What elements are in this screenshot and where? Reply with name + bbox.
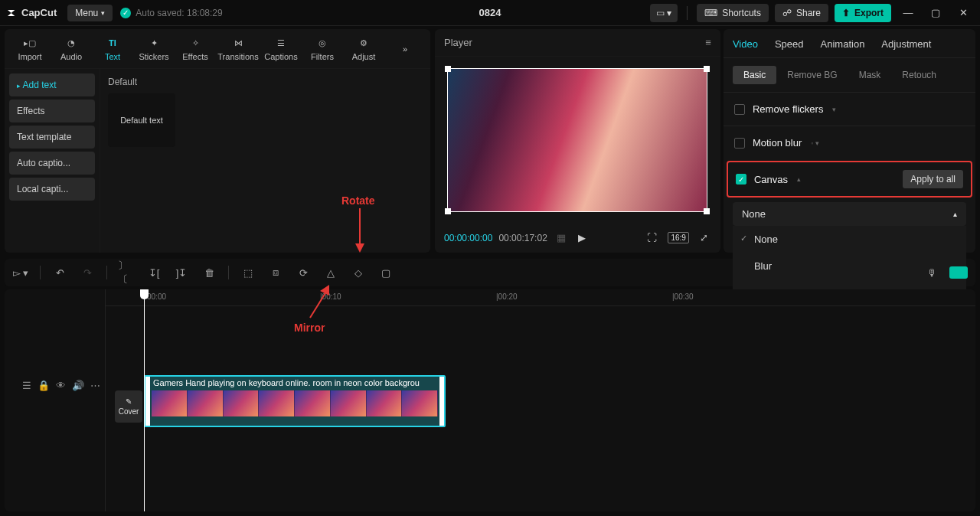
effects-icon: ✧ — [188, 36, 202, 50]
rotate-icon[interactable]: ◇ — [350, 264, 367, 281]
video-clip[interactable]: Gamers Hand playing on keyboard online. … — [144, 375, 446, 427]
eye-icon[interactable]: 👁 — [56, 380, 66, 391]
subtab-retouch[interactable]: Retouch — [891, 66, 947, 84]
cursor-tool[interactable]: ▻ ▾ — [12, 264, 29, 281]
sidebar-item-template[interactable]: Text template — [9, 126, 95, 149]
titlebar: CapCut Menu▾ ✓ Auto saved: 18:08:29 0824… — [0, 0, 980, 26]
tab-adjustment[interactable]: Adjustment — [881, 38, 931, 50]
player-menu[interactable]: ≡ — [705, 37, 711, 48]
capcut-icon — [6, 7, 18, 19]
mute-icon[interactable]: 🔊 — [72, 380, 84, 391]
split-button[interactable]: 〕〔 — [118, 264, 135, 281]
import-tab[interactable]: ▸▢Import — [9, 32, 51, 65]
layers-icon[interactable]: ☰ — [22, 380, 31, 391]
time-total: 00:00:17:02 — [498, 233, 547, 243]
checkbox-canvas[interactable]: ✓ — [736, 174, 746, 185]
player-panel: Player ≡ 00:00:00:00 00:00:17:02 ▦ ▶ ⛶ 1… — [435, 29, 720, 253]
maximize-button[interactable]: ▢ — [925, 4, 946, 22]
captions-tab[interactable]: ☰Captions — [260, 32, 302, 65]
tab-speed[interactable]: Speed — [775, 38, 804, 50]
prop-canvas: ✓ Canvas▴ Apply to all — [727, 161, 972, 198]
close-button[interactable]: ✕ — [952, 4, 974, 22]
check-icon: ✓ — [120, 8, 131, 18]
crop-tool-icon[interactable]: ⬚ — [240, 264, 256, 281]
ruler-tick: 00:00 — [147, 292, 166, 301]
timeline-tracks[interactable]: 00:00 |00:10 |00:20 |00:30 ✎ Cover Gamer… — [106, 289, 975, 511]
crop-view-icon[interactable]: ⛶ — [644, 229, 660, 247]
stickers-icon: ✦ — [147, 36, 161, 50]
video-preview[interactable] — [447, 68, 707, 212]
dropdown-option-none[interactable]: None — [733, 226, 966, 253]
sidebar-item-add-text[interactable]: Add text — [9, 73, 95, 96]
checkbox-flickers[interactable] — [734, 104, 745, 115]
apply-to-all-button[interactable]: Apply to all — [903, 170, 963, 188]
minimize-button[interactable]: — — [897, 4, 919, 22]
audio-icon: ◔ — [64, 36, 78, 50]
adjust-tab[interactable]: ⚙Adjust — [343, 32, 384, 65]
checkbox-motion[interactable] — [734, 138, 745, 149]
tab-animation[interactable]: Animation — [821, 38, 865, 50]
dropdown-option-blur[interactable]: Blur — [733, 253, 966, 279]
project-title[interactable]: 0824 — [479, 7, 501, 18]
resize-handle-br[interactable] — [704, 208, 710, 214]
cover-button[interactable]: ✎ Cover — [115, 390, 142, 423]
freeze-icon[interactable]: ⧈ — [267, 264, 284, 281]
transitions-icon: ⋈ — [231, 36, 245, 50]
redo-button[interactable]: ↷ — [79, 264, 96, 281]
playhead[interactable] — [144, 289, 145, 511]
export-button[interactable]: ⬆ Export — [835, 4, 891, 22]
shortcuts-button[interactable]: ⌨ Shortcuts — [697, 4, 769, 22]
menu-button[interactable]: Menu▾ — [67, 5, 113, 21]
player-title: Player — [444, 37, 472, 48]
timeline-panel: ☰ 🔒 👁 🔊 ⋯ 00:00 |00:10 |00:20 |00:30 ✎ C… — [5, 289, 975, 511]
undo-button[interactable]: ↶ — [51, 264, 68, 281]
reverse-icon[interactable]: ⟳ — [295, 264, 312, 281]
resize-handle-bl[interactable] — [445, 208, 451, 214]
prop-remove-flickers[interactable]: Remove flickers▾ — [724, 92, 975, 126]
effects-tab[interactable]: ✧Effects — [175, 32, 216, 65]
timeline-ruler[interactable]: 00:00 |00:10 |00:20 |00:30 — [106, 289, 975, 306]
text-icon: TI — [106, 36, 119, 50]
trim-left-button[interactable]: ↧[ — [145, 264, 162, 281]
aspect-ratio[interactable]: 16:9 — [668, 232, 688, 243]
resize-handle-tl[interactable] — [445, 66, 451, 72]
resize-handle-tr[interactable] — [704, 66, 710, 72]
audio-tab[interactable]: ◔Audio — [51, 32, 92, 65]
tab-video[interactable]: Video — [733, 38, 758, 50]
default-text-thumb[interactable]: Default text — [108, 93, 175, 147]
subtab-removebg[interactable]: Remove BG — [776, 66, 848, 84]
play-button[interactable]: ▶ — [575, 229, 589, 247]
text-tab[interactable]: TIText — [92, 32, 133, 65]
canvas-select[interactable]: None ▴ — [733, 202, 966, 226]
import-icon: ▸▢ — [23, 36, 37, 50]
mirror-icon[interactable]: △ — [322, 264, 339, 281]
sidebar-item-localcaptions[interactable]: Local capti... — [9, 178, 95, 201]
pencil-icon: ✎ — [126, 397, 132, 406]
sidebar-item-autocaptions[interactable]: Auto captio... — [9, 152, 95, 175]
share-button[interactable]: ☍ Share — [775, 4, 828, 22]
more-icon[interactable]: ⋯ — [90, 380, 100, 391]
fullscreen-icon[interactable]: ⤢ — [697, 229, 711, 247]
crop2-icon[interactable]: ▢ — [377, 264, 394, 281]
transitions-tab[interactable]: ⋈Transitions — [216, 32, 260, 65]
ruler-tick: |00:30 — [672, 292, 694, 301]
view-grid-icon[interactable]: ▦ — [554, 229, 569, 247]
filters-tab[interactable]: ◎Filters — [302, 32, 343, 65]
delete-button[interactable]: 🗑 — [201, 264, 217, 281]
filters-icon: ◎ — [315, 36, 329, 50]
text-content: Default Default text — [100, 69, 430, 253]
lock-icon[interactable]: 🔒 — [38, 380, 50, 391]
trim-right-button[interactable]: ]↧ — [173, 264, 190, 281]
magnetic-toggle[interactable] — [949, 266, 968, 279]
clip-handle-left[interactable] — [145, 377, 150, 426]
tabs-more[interactable]: » — [384, 41, 426, 57]
subtab-mask[interactable]: Mask — [848, 66, 892, 84]
subtab-basic[interactable]: Basic — [733, 66, 776, 84]
sidebar-item-effects[interactable]: Effects — [9, 100, 95, 122]
layout-button[interactable]: ▭ ▾ — [650, 4, 678, 22]
share-icon: ☍ — [782, 8, 792, 18]
prop-motion-blur[interactable]: Motion blur ◦ ▾ — [724, 126, 975, 159]
chevron-up-icon: ▴ — [953, 210, 957, 218]
stickers-tab[interactable]: ✦Stickers — [133, 32, 175, 65]
clip-handle-right[interactable] — [439, 377, 444, 426]
